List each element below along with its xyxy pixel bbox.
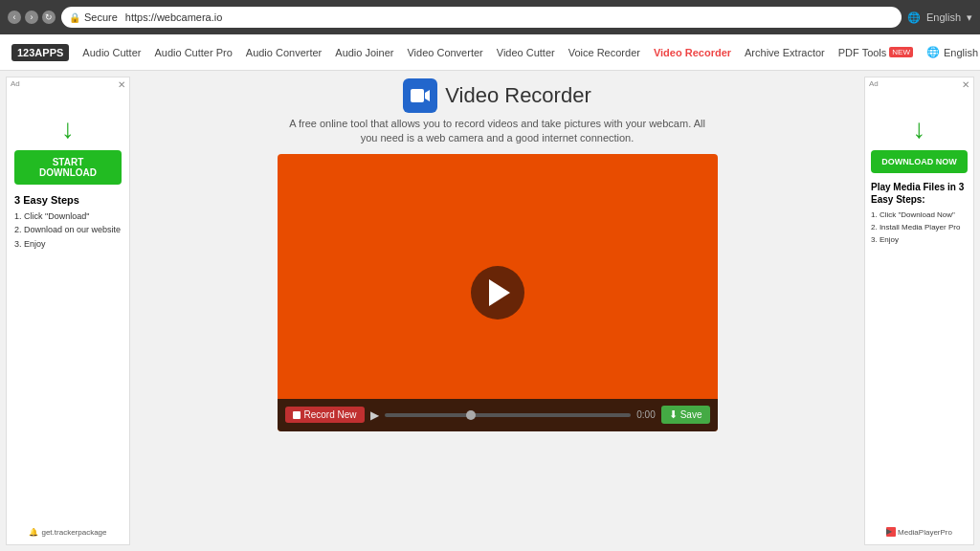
video-container: Record New ▶ 0:00 ⬇ Save <box>278 154 718 431</box>
refresh-button[interactable]: ↻ <box>42 11 56 24</box>
page-subtitle: A free online tool that allows you to re… <box>287 117 708 146</box>
svg-rect-0 <box>411 89 424 102</box>
lang-icon: 🌐 <box>907 11 921 24</box>
lang-chevron: ▾ <box>967 11 972 24</box>
save-button[interactable]: ⬇ Save <box>661 406 710 424</box>
nav-pdf-tools[interactable]: PDF Tools NEW <box>838 47 913 58</box>
forward-button[interactable]: › <box>25 11 38 24</box>
progress-indicator <box>466 410 476 420</box>
media-logo-icon: ▶ <box>886 527 896 537</box>
progress-bar[interactable] <box>385 413 632 417</box>
svg-marker-1 <box>425 90 430 101</box>
time-label: 0:00 <box>636 409 655 420</box>
nav-right: 🌐 English ▾ <box>926 46 980 58</box>
record-dot-icon <box>293 411 301 419</box>
ctrl-play-button[interactable]: ▶ <box>370 408 379 422</box>
lang-text: English <box>926 11 961 23</box>
main-content: Ad ✕ ↓ START DOWNLOAD 3 Easy Steps 1. Cl… <box>0 71 980 551</box>
ad-left-label: Ad <box>11 79 20 88</box>
ad-right: Ad ✕ ↓ DOWNLOAD NOW Play Media Files in … <box>864 77 974 545</box>
ad-left-steps: 1. Click "Download" 2. Download on our w… <box>14 209 121 251</box>
lang-label: English <box>944 47 978 58</box>
ad-right-download-button[interactable]: DOWNLOAD NOW <box>871 150 968 173</box>
nav-archive-extractor[interactable]: Archive Extractor <box>745 47 825 58</box>
browser-chrome: ‹ › ↻ 🔒 Secure https://webcamera.io 🌐 En… <box>0 0 980 34</box>
save-label: Save <box>680 409 702 420</box>
ad-left: Ad ✕ ↓ START DOWNLOAD 3 Easy Steps 1. Cl… <box>6 77 130 545</box>
nav-audio-cutter-pro[interactable]: Audio Cutter Pro <box>154 47 232 58</box>
ad-right-footer: ▶ MediaPlayerPro <box>886 527 952 537</box>
media-name: MediaPlayerPro <box>898 528 952 537</box>
ad-right-steps: 1. Click "Download Now" 2. Install Media… <box>871 209 968 246</box>
nav-video-converter[interactable]: Video Converter <box>407 47 482 58</box>
browser-controls: ‹ › ↻ <box>8 11 56 24</box>
ad-right-title: Play Media Files in 3 Easy Steps: <box>871 181 968 206</box>
nav-voice-recorder[interactable]: Voice Recorder <box>568 47 640 58</box>
play-button[interactable] <box>471 266 524 320</box>
ad-left-arrow: ↓ <box>61 114 75 144</box>
video-controls: Record New ▶ 0:00 ⬇ Save <box>278 399 718 431</box>
lock-icon: 🔒 <box>69 12 80 23</box>
url-text: Secure <box>84 11 118 23</box>
nav-video-recorder[interactable]: Video Recorder <box>654 47 731 58</box>
nav-video-cutter[interactable]: Video Cutter <box>497 47 555 58</box>
url-domain: https://webcamera.io <box>125 11 223 23</box>
save-icon: ⬇ <box>669 408 678 421</box>
navbar: 123APPS Audio Cutter Audio Cutter Pro Au… <box>0 34 980 71</box>
nav-audio-cutter[interactable]: Audio Cutter <box>82 47 141 58</box>
page-icon <box>403 78 437 113</box>
page-title-row: Video Recorder <box>403 78 590 113</box>
record-new-button[interactable]: Record New <box>285 407 365 423</box>
globe-icon: 🌐 <box>926 46 940 58</box>
ad-left-download-button[interactable]: START DOWNLOAD <box>14 150 122 185</box>
page-title: Video Recorder <box>445 83 590 108</box>
tracker-icon: 🔔 <box>29 528 38 537</box>
ad-right-arrow: ↓ <box>913 114 926 144</box>
ad-left-steps-title: 3 Easy Steps <box>14 194 79 206</box>
record-label: Record New <box>304 409 357 420</box>
nav-audio-joiner[interactable]: Audio Joiner <box>335 47 393 58</box>
back-button[interactable]: ‹ <box>8 11 21 24</box>
ad-left-close[interactable]: ✕ <box>118 79 125 90</box>
new-badge: NEW <box>889 47 913 57</box>
nav-audio-converter[interactable]: Audio Converter <box>246 47 323 58</box>
play-triangle-icon <box>489 279 510 306</box>
address-bar[interactable]: 🔒 Secure https://webcamera.io <box>61 7 902 28</box>
browser-right: 🌐 English ▾ <box>907 11 972 24</box>
center-content: Video Recorder A free online tool that a… <box>136 71 858 551</box>
ad-right-label: Ad <box>869 79 879 88</box>
ad-left-footer: 🔔 get.trackerpackage <box>29 528 106 537</box>
tracker-text: get.trackerpackage <box>41 528 106 537</box>
ad-right-close[interactable]: ✕ <box>962 79 969 90</box>
logo[interactable]: 123APPS <box>11 44 69 61</box>
